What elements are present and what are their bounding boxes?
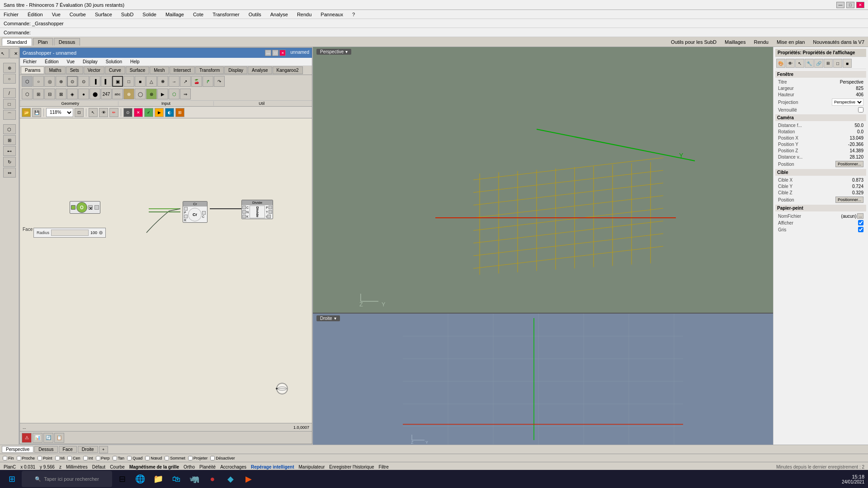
gh-tab-kangaroo[interactable]: Kangaroo2 [273, 66, 303, 74]
cb-mi[interactable]: Mi [55, 456, 65, 460]
gh-menu-vue[interactable]: Vue [66, 59, 76, 64]
gh-tool-c1[interactable]: ⊙ [123, 108, 132, 117]
props-checkbox-gris[interactable] [858, 227, 863, 232]
gh-icon-sq2[interactable]: ■ [135, 76, 146, 87]
menu-panneaux[interactable]: Panneaux [319, 12, 345, 17]
props-icon-eye[interactable]: 👁 [786, 59, 795, 68]
gh-bottom-icon-1[interactable]: ⚠ [22, 433, 32, 443]
props-icon-wrench[interactable]: 🔧 [805, 59, 814, 68]
gh-icon-c5[interactable]: ⊙ [78, 76, 89, 87]
sidebar-icon-rect[interactable]: □ [3, 99, 16, 109]
gh-node-divide[interactable]: Divide C N K Divide P T t [241, 200, 273, 219]
sidebar-icon-arc[interactable]: ⌒ [3, 110, 16, 120]
props-btn-cible-positionner[interactable]: Positionner... [835, 197, 863, 203]
sidebar-select-icon[interactable]: ↖ [0, 48, 9, 58]
gh-maximize[interactable]: □ [272, 50, 278, 56]
gh-icon-r3[interactable]: ⊟ [44, 89, 55, 99]
gh-icon-arrow3[interactable]: ↱ [203, 76, 213, 87]
gh-tab-analyse[interactable]: Analyse [248, 66, 272, 74]
menu-edition[interactable]: Édition [26, 12, 45, 17]
cb-proche[interactable]: Proche [17, 456, 35, 460]
sidebar-icon-mesh[interactable]: ⊞ [3, 135, 16, 145]
gh-tool-c2[interactable]: ✕ [134, 108, 143, 117]
gh-menu-display[interactable]: Display [81, 59, 99, 64]
bottom-tab-dessus[interactable]: Dessus [34, 446, 57, 453]
status-ortho[interactable]: Ortho [184, 465, 195, 469]
status-accrochages[interactable]: Accrochages [220, 465, 246, 469]
gh-tool-save[interactable]: 💾 [32, 108, 41, 117]
tab-plan[interactable]: Plan [33, 38, 53, 46]
close-button[interactable]: ✕ [856, 2, 864, 8]
gh-tool-pointer[interactable]: ↖ [89, 108, 98, 117]
gh-icon-r2[interactable]: ⊞ [33, 89, 44, 99]
props-icon-sq1[interactable]: □ [833, 59, 842, 68]
gh-tool-c4[interactable]: ▶ [155, 108, 164, 117]
toolbar-subds[interactable]: Outils pour les SubD [669, 39, 718, 45]
taskbar-rhino[interactable]: 🦏 [186, 471, 203, 487]
gh-icon-r12[interactable]: ⊛ [146, 89, 157, 99]
menu-analyse[interactable]: Analyse [269, 12, 290, 17]
props-btn-nomfichier[interactable]: ... [857, 213, 863, 219]
gh-icon-r13[interactable]: ▶ [157, 89, 168, 99]
droite-label[interactable]: Droite ▾ [316, 315, 340, 321]
gh-menu-help[interactable]: Help [129, 59, 141, 64]
props-btn-positionner[interactable]: Positionner... [835, 161, 863, 167]
taskbar-start[interactable]: ⊞ [4, 471, 20, 487]
cb-noeud[interactable]: Nœud [145, 456, 162, 460]
status-filtre[interactable]: Filtre [379, 465, 389, 469]
taskbar-tasks[interactable]: ⊟ [114, 471, 130, 487]
menu-cote[interactable]: Cote [191, 12, 205, 17]
bottom-tab-perspective[interactable]: Perspective [2, 446, 33, 453]
bottom-tab-droite[interactable]: Droite [78, 446, 98, 453]
gh-bottom-icon-2[interactable]: 📊 [33, 433, 42, 443]
taskbar-edge[interactable]: 🌐 [132, 471, 148, 487]
gh-icon-hex[interactable]: ⬡ [22, 76, 33, 87]
props-select-projection[interactable]: Perspective Parallel [832, 99, 863, 106]
gh-tab-mesh[interactable]: Mesh [150, 66, 169, 74]
gh-node-radius[interactable]: Radius 100 [33, 228, 106, 238]
gh-tool-open[interactable]: 📂 [22, 108, 31, 117]
gh-icon-r11[interactable]: ◯ [135, 89, 146, 99]
gh-menu-file[interactable]: Fichier [22, 59, 38, 64]
viewport-droite[interactable]: Droite ▾ [313, 314, 773, 445]
sidebar-icon-line[interactable]: / [3, 88, 16, 98]
toolbar-rendu[interactable]: Rendu [752, 39, 770, 45]
props-checkbox-verrouille[interactable] [858, 107, 863, 113]
bottom-tab-face[interactable]: Face [59, 446, 77, 453]
gh-icon-bar1[interactable]: ▐ [90, 76, 100, 87]
gh-tool-c3[interactable]: ✓ [144, 108, 153, 117]
gh-zoom-select[interactable]: 118% 100% 75% [46, 108, 73, 117]
cb-cen[interactable]: Cen [67, 456, 80, 460]
menu-vue[interactable]: Vue [50, 12, 62, 17]
toolbar-mise-en-plan[interactable]: Mise en plan [775, 39, 807, 45]
gh-canvas[interactable]: Face O ✕ Cr [20, 118, 312, 423]
cb-perp[interactable]: Perp [96, 456, 110, 460]
gh-icon-r4[interactable]: ⊠ [56, 89, 66, 99]
viewport-perspective[interactable]: Perspective ▾ [313, 47, 773, 314]
sidebar-icon-2[interactable]: ✕ [9, 48, 19, 58]
gh-minimize[interactable]: — [265, 50, 271, 56]
gh-icon-r14[interactable]: ⬡ [169, 89, 179, 99]
taskbar-app3[interactable]: ▶ [241, 471, 257, 487]
cb-point[interactable]: Point [38, 456, 52, 460]
gh-tab-vector[interactable]: Vector [84, 66, 104, 74]
menu-maillage[interactable]: Maillage [164, 12, 186, 17]
props-checkbox-afficher[interactable] [858, 220, 863, 225]
gh-tab-intersect[interactable]: Intersect [170, 66, 195, 74]
taskbar-app2[interactable]: ◆ [222, 471, 239, 487]
gh-icon-r1[interactable]: ⬡ [22, 89, 33, 99]
maximize-button[interactable]: □ [846, 2, 854, 8]
gh-menu-edit[interactable]: Édition [43, 59, 60, 64]
tab-dessus[interactable]: Dessus [54, 38, 80, 46]
status-planaire[interactable]: Planéité [199, 465, 216, 469]
gh-icon-r10[interactable]: ⊕ [123, 89, 134, 99]
menu-help[interactable]: ? [350, 12, 357, 17]
gh-tool-c5[interactable]: ◐ [165, 108, 174, 117]
gh-icon-c3[interactable]: ⊕ [56, 76, 66, 87]
cb-desactiver[interactable]: Désactiver [210, 456, 235, 460]
gh-icon-bar2[interactable]: ▌ [101, 76, 112, 87]
props-icon-grid[interactable]: ⊞ [824, 59, 833, 68]
gh-tab-params[interactable]: Params [21, 66, 44, 74]
gh-icon-r15[interactable]: ⇒ [180, 89, 191, 99]
gh-icon-r6[interactable]: ● [78, 89, 89, 99]
